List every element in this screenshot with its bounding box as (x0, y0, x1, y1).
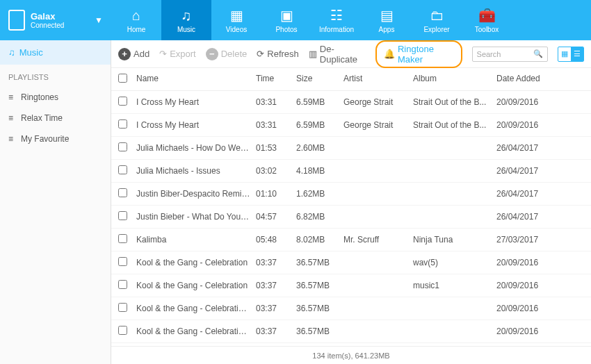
music-note-icon: ♫ (8, 47, 15, 58)
cell-name: Julia Michaels - Issues (136, 166, 256, 176)
cell-time: 01:53 (256, 143, 296, 153)
select-all-checkbox[interactable] (118, 74, 127, 83)
col-album[interactable]: Album (413, 74, 496, 85)
cell-name: Kool & the Gang - Celebration(1) (136, 304, 256, 313)
cell-size: 6.59MB (296, 120, 343, 130)
col-name[interactable]: Name (136, 74, 256, 85)
apps-icon: ▤ (380, 7, 394, 24)
table-row[interactable]: Kool & the Gang - Celebration(2)03:3736.… (111, 320, 591, 343)
row-checkbox[interactable] (118, 211, 127, 220)
row-checkbox[interactable] (118, 280, 127, 289)
table-row[interactable]: Julia Michaels - Issues03:024.18MB26/04/… (111, 160, 591, 183)
cell-date: 26/04/2017 (496, 189, 559, 199)
cell-date: 20/09/2016 (496, 304, 559, 313)
cell-time: 04:57 (256, 212, 296, 222)
chevron-down-icon: ▼ (95, 15, 103, 25)
row-checkbox[interactable] (118, 165, 127, 174)
nav-explorer[interactable]: 🗀Explorer (412, 0, 462, 40)
cell-date: 26/04/2017 (496, 143, 559, 153)
sidebar-item-relax-time[interactable]: ≡Relax Time (0, 108, 111, 129)
cell-album: Ninja Tuna (413, 235, 496, 245)
cell-name: Justin Bieber - What Do You Mean (136, 212, 256, 222)
col-date[interactable]: Date Added (496, 74, 559, 85)
nav-photos[interactable]: ▣Photos (261, 0, 311, 40)
table-row[interactable]: Kalimba05:488.02MBMr. ScruffNinja Tuna27… (111, 229, 591, 251)
cell-time: 03:31 (256, 97, 296, 107)
cell-date: 27/03/2017 (496, 235, 559, 245)
table-header: Name Time Size Artist Album Date Added (111, 68, 591, 91)
nav-apps[interactable]: ▤Apps (362, 0, 412, 40)
row-checkbox[interactable] (118, 234, 127, 243)
table-row[interactable]: I Cross My Heart03:316.59MBGeorge Strait… (111, 114, 591, 137)
cell-artist: George Strait (343, 97, 413, 107)
cell-album: wav(5) (413, 258, 496, 267)
nav-music[interactable]: ♫Music (161, 0, 211, 40)
minus-icon: − (206, 48, 218, 60)
row-checkbox[interactable] (118, 97, 127, 106)
table-row[interactable]: Kool & the Gang - Celebration03:3736.57M… (111, 274, 591, 297)
cell-time: 03:31 (256, 120, 296, 130)
status-bar: 134 item(s), 641.23MB (111, 346, 591, 364)
row-checkbox[interactable] (118, 142, 127, 151)
row-checkbox[interactable] (118, 257, 127, 266)
cell-time: 03:37 (256, 258, 296, 267)
table-row[interactable]: I Cross My Heart03:316.59MBGeorge Strait… (111, 91, 591, 114)
row-checkbox[interactable] (118, 326, 127, 335)
view-list-button[interactable]: ☰ (571, 47, 583, 61)
sidebar-item-my-favourite[interactable]: ≡My Favourite (0, 129, 111, 149)
ringtone-maker-button[interactable]: 🔔Ringtone Maker (375, 40, 462, 68)
refresh-button[interactable]: ⟳Refresh (257, 49, 299, 59)
cell-name: I Cross My Heart (136, 120, 256, 130)
cell-size: 8.02MB (296, 235, 343, 245)
table-row[interactable]: Justin Biber-Despacito Remix Luis F...01… (111, 183, 591, 206)
playlist-icon: ≡ (8, 92, 17, 102)
cell-size: 6.59MB (296, 97, 343, 107)
table-body[interactable]: I Cross My Heart03:316.59MBGeorge Strait… (111, 91, 591, 346)
explorer-icon: 🗀 (430, 8, 444, 24)
search-input[interactable]: Search🔍 (472, 47, 548, 62)
playlist-icon: ≡ (8, 113, 17, 123)
delete-button[interactable]: −Delete (206, 48, 248, 60)
cell-time: 01:10 (256, 189, 296, 199)
music-icon: ♫ (181, 8, 192, 24)
device-name: Galax (31, 11, 64, 22)
col-size[interactable]: Size (296, 74, 343, 85)
cell-date: 20/09/2016 (496, 120, 559, 130)
sidebar-item-ringtones[interactable]: ≡Ringtones (0, 87, 111, 108)
table-row[interactable]: Kool & the Gang - Celebration(1)03:3736.… (111, 297, 591, 320)
deduplicate-button[interactable]: ▥De-Duplicate (309, 44, 366, 65)
table-row[interactable]: Justin Bieber - What Do You Mean04:576.8… (111, 206, 591, 229)
row-checkbox[interactable] (118, 303, 127, 312)
cell-size: 2.60MB (296, 143, 343, 153)
view-grid-button[interactable]: ▦ (558, 47, 571, 61)
row-checkbox[interactable] (118, 119, 127, 129)
nav-home[interactable]: ⌂Home (111, 0, 161, 40)
nav-information[interactable]: ☷Information (311, 0, 362, 40)
device-selector[interactable]: Galax Connected ▼ (0, 0, 111, 40)
cell-size: 36.57MB (296, 281, 343, 290)
nav-toolbox[interactable]: 🧰Toolbox (462, 0, 512, 40)
row-checkbox[interactable] (118, 188, 127, 197)
sidebar-music[interactable]: ♫Music (0, 40, 111, 65)
cell-date: 20/09/2016 (496, 326, 559, 336)
cell-name: Kalimba (136, 235, 256, 245)
video-icon: ▦ (230, 7, 243, 24)
cell-date: 20/09/2016 (496, 97, 559, 107)
sidebar-playlists-heading: PLAYLISTS (0, 65, 111, 87)
deduplicate-icon: ▥ (309, 49, 317, 59)
search-icon: 🔍 (533, 49, 543, 58)
cell-date: 26/04/2017 (496, 212, 559, 222)
export-icon: ↷ (159, 49, 167, 59)
phone-icon (8, 10, 25, 31)
cell-time: 03:02 (256, 166, 296, 176)
export-button[interactable]: ↷Export (159, 49, 196, 59)
cell-album: Strait Out of the B... (413, 120, 496, 130)
cell-album: music1 (413, 281, 496, 290)
col-artist[interactable]: Artist (343, 74, 413, 85)
cell-time: 03:37 (256, 304, 296, 313)
table-row[interactable]: Kool & the Gang - Celebration03:3736.57M… (111, 251, 591, 274)
col-time[interactable]: Time (256, 74, 296, 85)
nav-videos[interactable]: ▦Videos (211, 0, 261, 40)
add-button[interactable]: +Add (118, 48, 149, 60)
table-row[interactable]: Julia Michaels - How Do We Get Ba...01:5… (111, 137, 591, 160)
